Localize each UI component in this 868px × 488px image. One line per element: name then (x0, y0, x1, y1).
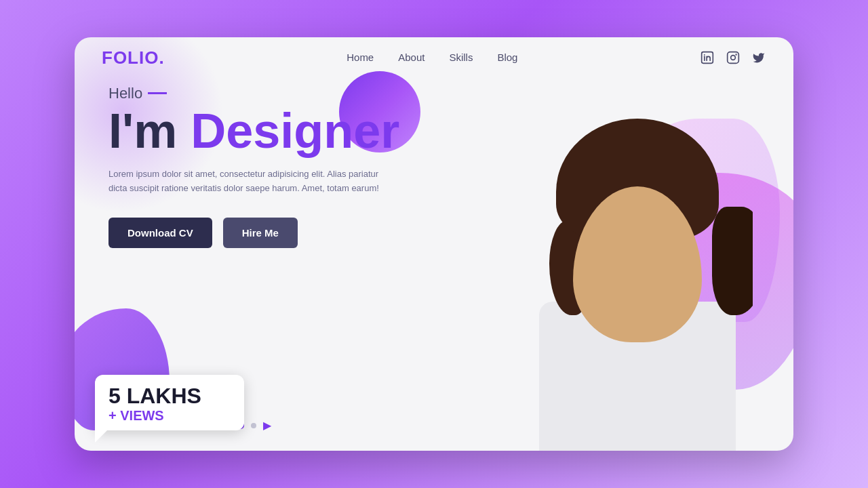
twitter-icon[interactable] (751, 50, 766, 65)
nav-item-home[interactable]: Home (347, 52, 374, 64)
nav-item-skills[interactable]: Skills (449, 52, 473, 64)
nav-link-skills[interactable]: Skills (449, 52, 473, 63)
instagram-icon[interactable] (726, 50, 741, 65)
headline-dark: I'm (108, 104, 191, 158)
slide-dot-3[interactable] (251, 423, 256, 428)
svg-rect-3 (728, 52, 739, 64)
nav-link-home[interactable]: Home (347, 52, 374, 63)
nav-links: Home About Skills Blog (347, 52, 517, 64)
navbar: FOLIO. Home About Skills Blog (75, 37, 793, 78)
svg-point-4 (731, 56, 736, 60)
views-count: 5 LAKHS (108, 384, 231, 408)
hello-label: Hello (108, 85, 142, 102)
nav-link-blog[interactable]: Blog (497, 52, 517, 63)
hire-me-button[interactable]: Hire Me (223, 218, 298, 248)
social-icons (700, 50, 766, 65)
portfolio-card: FOLIO. Home About Skills Blog (75, 37, 793, 451)
person-hair-side-r (712, 207, 753, 315)
site-logo[interactable]: FOLIO. (102, 47, 165, 68)
hero-description: Lorem ipsum dolor sit amet, consectetur … (108, 167, 393, 196)
nav-link-about[interactable]: About (398, 52, 425, 63)
logo-dot: . (159, 47, 164, 68)
person-image (522, 71, 753, 451)
svg-point-5 (736, 54, 736, 55)
hero-headline: I'm Designer (108, 106, 461, 155)
hero-right (454, 37, 793, 451)
download-cv-button[interactable]: Download CV (108, 218, 212, 248)
linkedin-icon[interactable] (700, 50, 715, 65)
nav-item-about[interactable]: About (398, 52, 425, 64)
hello-dash (148, 92, 167, 94)
views-label: + VIEWS (108, 408, 231, 424)
nav-item-blog[interactable]: Blog (497, 52, 517, 64)
logo-text: FOLIO (102, 47, 159, 68)
headline-purple: Designer (191, 104, 399, 158)
slide-arrow-right[interactable]: ▶ (263, 419, 271, 432)
cta-buttons: Download CV Hire Me (108, 218, 461, 248)
hello-greeting: Hello (108, 85, 461, 102)
views-bubble: 5 LAKHS + VIEWS (95, 375, 244, 430)
hero-content: Hello I'm Designer Lorem ipsum dolor sit… (108, 85, 461, 248)
